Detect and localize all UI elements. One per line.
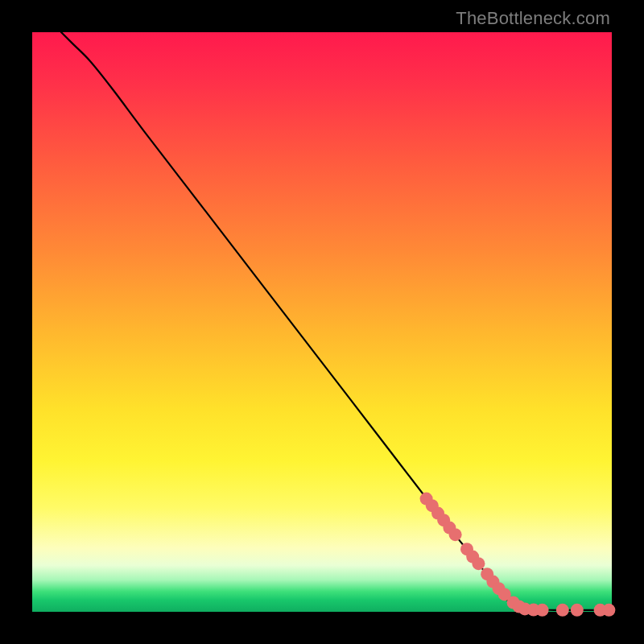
data-markers bbox=[420, 493, 616, 617]
plot-area bbox=[32, 32, 612, 612]
data-point bbox=[449, 528, 462, 541]
chart-frame: TheBottleneck.com bbox=[0, 0, 644, 644]
attribution-label: TheBottleneck.com bbox=[456, 8, 610, 29]
bottleneck-curve bbox=[61, 32, 612, 610]
data-point bbox=[556, 604, 569, 617]
data-point bbox=[472, 557, 485, 570]
chart-overlay bbox=[32, 32, 612, 612]
data-point bbox=[571, 604, 584, 617]
data-point bbox=[602, 604, 615, 617]
data-point bbox=[536, 604, 549, 617]
